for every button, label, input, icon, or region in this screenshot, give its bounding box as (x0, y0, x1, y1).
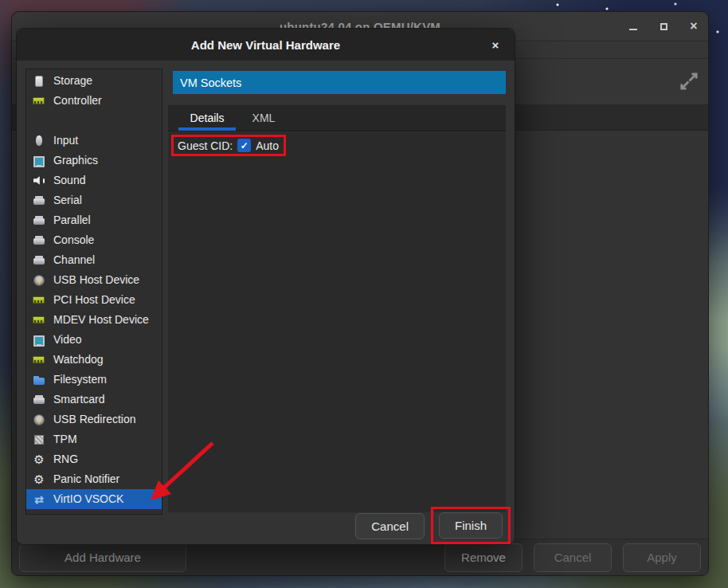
gear-icon: ⚙ (33, 453, 45, 466)
sidebar-item-panic-notifier[interactable]: ⚙ Panic Notifier (26, 469, 162, 489)
card-icon (33, 314, 45, 327)
finish-button-annotation: Finish (431, 507, 511, 544)
sidebar-item-parallel[interactable]: Parallel (26, 210, 162, 230)
apply-button: Apply (623, 543, 701, 572)
sidebar-item-serial[interactable]: Serial (26, 190, 162, 210)
guest-cid-row-annotation: Guest CID: ✓ Auto (171, 135, 286, 156)
sidebar-item-smartcard[interactable]: Smartcard (26, 390, 162, 410)
add-hardware-button[interactable]: Add Hardware (19, 543, 186, 572)
sidebar-item-virtio-vsock[interactable]: ⇄ VirtIO VSOCK (26, 489, 162, 509)
monitor-icon (33, 334, 45, 347)
sidebar-item-tpm[interactable]: TPM (26, 429, 162, 449)
mouse-icon (33, 135, 45, 147)
usb-icon: ψ (33, 414, 45, 426)
sidebar-item-pci-host-device[interactable]: PCI Host Device (26, 290, 162, 310)
dialog-actions: Cancel Finish (17, 508, 515, 544)
card-icon (33, 95, 45, 108)
cancel-button[interactable]: Cancel (355, 513, 425, 539)
dialog-titlebar[interactable]: Add New Virtual Hardware × (17, 29, 515, 61)
sidebar-item-usb-host-device[interactable]: ψ USB Host Device (26, 270, 162, 290)
port-icon (33, 194, 45, 207)
finish-button[interactable]: Finish (439, 512, 503, 539)
panel-header-label: VM Sockets (180, 76, 241, 89)
port-icon (33, 214, 45, 227)
dialog-close-icon[interactable]: × (485, 29, 506, 61)
guest-cid-label: Guest CID: (178, 139, 233, 152)
maximize-icon[interactable] (654, 17, 673, 36)
port-icon (33, 394, 45, 406)
minimize-icon[interactable] (624, 17, 643, 36)
panel-content: Guest CID: ✓ Auto (168, 132, 506, 512)
sidebar-item-mdev-host-device[interactable]: MDEV Host Device (26, 310, 162, 330)
vsock-icon: ⇄ (33, 493, 45, 506)
sidebar-item-video[interactable]: Video (26, 330, 162, 350)
fullscreen-expand-icon[interactable] (677, 69, 701, 93)
port-icon (33, 234, 45, 247)
auto-checkbox[interactable]: ✓ (237, 139, 251, 152)
sidebar-item-storage[interactable]: Storage (26, 71, 162, 91)
sidebar-item-sound[interactable]: Sound (26, 171, 162, 190)
window-controls: × (624, 12, 703, 41)
sidebar-item-graphics[interactable]: Graphics (26, 151, 162, 171)
tab-details[interactable]: Details (178, 105, 236, 131)
sidebar-item-rng[interactable]: ⚙ RNG (26, 449, 162, 469)
card-icon (33, 294, 45, 307)
sidebar-item-spacer (26, 111, 162, 131)
sidebar-item-watchdog[interactable]: Watchdog (26, 350, 162, 370)
sidebar-item-controller[interactable]: Controller (26, 91, 162, 111)
cancel-button: Cancel (534, 543, 612, 572)
panel-header: VM Sockets (173, 71, 506, 94)
dialog-title: Add New Virtual Hardware (191, 38, 340, 52)
gear-icon: ⚙ (33, 473, 45, 486)
chip-icon (33, 433, 45, 446)
add-hardware-dialog: Add New Virtual Hardware × Storage Contr… (16, 28, 515, 545)
sidebar-item-usb-redirection[interactable]: ψ USB Redirection (26, 410, 162, 429)
sidebar-item-console[interactable]: Console (26, 230, 162, 250)
sidebar-list: Storage Controller Input Graphics Sound … (25, 69, 162, 515)
usb-icon: ψ (33, 274, 45, 287)
folder-icon (33, 374, 45, 386)
auto-checkbox-label: Auto (256, 139, 279, 152)
disk-icon (33, 75, 45, 88)
tab-bar: DetailsXML (168, 105, 506, 131)
sidebar-item-filesystem[interactable]: Filesystem (26, 370, 162, 390)
tab-xml[interactable]: XML (244, 105, 284, 131)
remove-button[interactable]: Remove (444, 543, 523, 572)
monitor-icon (33, 155, 45, 167)
card-icon (33, 354, 45, 367)
sidebar-item-channel[interactable]: Channel (26, 250, 162, 270)
port-icon (33, 254, 45, 267)
sidebar-item-input[interactable]: Input (26, 131, 162, 151)
close-icon[interactable]: × (684, 17, 703, 36)
speaker-icon (33, 174, 45, 187)
